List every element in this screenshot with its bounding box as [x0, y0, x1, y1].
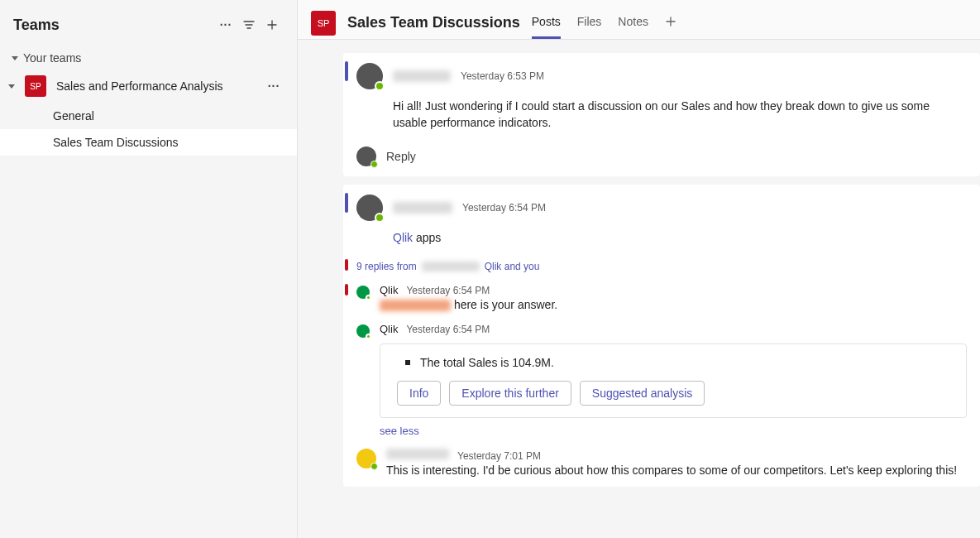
caret-icon: [8, 84, 15, 89]
reply-header: Yesterday 7:01 PM: [386, 449, 967, 462]
thread: 9 replies from Qlik and you Qlik Yesterd…: [356, 261, 967, 477]
user-name-redacted: [422, 262, 480, 271]
info-button[interactable]: Info: [397, 381, 441, 406]
team-avatar: SP: [25, 75, 46, 97]
team-row[interactable]: SP Sales and Performance Analysis ···: [0, 70, 297, 103]
thread-summary[interactable]: 9 replies from Qlik and you: [356, 261, 967, 272]
qlik-avatar[interactable]: [356, 324, 370, 338]
channel-sales-team-discussions[interactable]: Sales Team Discussions: [0, 129, 297, 156]
posts-feed: Yesterday 6:53 PM Hi all! Just wondering…: [298, 40, 980, 538]
presence-available-icon: [366, 295, 371, 300]
presence-available-icon: [375, 213, 385, 223]
teams-sidebar: Teams ··· Your teams SP Sales and Perfor…: [0, 0, 298, 538]
presence-available-icon: [370, 463, 378, 470]
team-name: Sales and Performance Analysis: [56, 79, 252, 93]
sidebar-title: Teams: [13, 17, 214, 34]
card-actions: Info Explore this further Suggested anal…: [397, 381, 949, 406]
reply-timestamp: Yesterday 6:54 PM: [406, 324, 490, 335]
post-timestamp: Yesterday 6:54 PM: [462, 202, 546, 214]
thread-reply: Qlik Yesterday 6:54 PM here is your answ…: [356, 284, 967, 311]
post-header: Yesterday 6:54 PM: [356, 195, 967, 221]
user-name-redacted: [393, 70, 451, 82]
thread-reply: Qlik Yesterday 6:54 PM The total Sales i…: [356, 323, 967, 437]
team-more-icon[interactable]: ···: [262, 74, 285, 98]
reply-author: Qlik: [380, 323, 398, 335]
post: Yesterday 6:53 PM Hi all! Just wondering…: [343, 53, 980, 176]
user-avatar[interactable]: [356, 63, 383, 89]
post-header: Yesterday 6:53 PM: [356, 63, 967, 89]
caret-icon: [12, 56, 18, 60]
presence-available-icon: [375, 81, 385, 91]
tab-files[interactable]: Files: [577, 5, 602, 39]
reply-button[interactable]: Reply: [356, 147, 967, 166]
channel-general[interactable]: General: [0, 103, 297, 129]
tab-posts[interactable]: Posts: [532, 5, 561, 39]
qlik-link[interactable]: Qlik: [393, 231, 413, 244]
qlik-avatar[interactable]: [356, 286, 370, 299]
channel-title: Sales Team Discussions: [347, 14, 520, 31]
reply-timestamp: Yesterday 7:01 PM: [457, 450, 541, 462]
see-less-toggle[interactable]: see less: [380, 425, 419, 437]
channel-avatar: SP: [311, 11, 336, 36]
user-name-redacted: [393, 202, 452, 214]
tab-notes[interactable]: Notes: [618, 5, 648, 39]
reply-header: Qlik Yesterday 6:54 PM: [380, 284, 967, 296]
post: Yesterday 6:54 PM Qlik apps 9 replies fr…: [343, 185, 980, 488]
reply-text: here is your answer.: [380, 298, 967, 311]
presence-available-icon: [370, 161, 378, 168]
channel-header: SP Sales Team Discussions Posts Files No…: [298, 0, 980, 40]
user-mention-redacted: [380, 300, 451, 311]
suggested-analysis-button[interactable]: Suggested analysis: [580, 381, 705, 406]
explore-further-button[interactable]: Explore this further: [449, 381, 571, 406]
add-tab-icon[interactable]: [665, 16, 676, 30]
filter-icon[interactable]: [237, 13, 261, 36]
post-body: Qlik apps: [393, 229, 967, 246]
your-teams-section[interactable]: Your teams: [0, 46, 297, 70]
user-avatar[interactable]: [356, 449, 376, 468]
answer-bullet: The total Sales is 104.9M.: [405, 356, 949, 369]
reply-author: Qlik: [380, 284, 398, 296]
presence-available-icon: [366, 334, 371, 339]
user-name-redacted: [386, 449, 449, 459]
channel-main: SP Sales Team Discussions Posts Files No…: [298, 0, 980, 538]
add-team-icon[interactable]: [261, 13, 284, 36]
reply-text: This is interesting. I'd be curious abou…: [386, 464, 967, 477]
channel-tabs: Posts Files Notes: [532, 7, 676, 39]
more-teams-options[interactable]: ···: [214, 13, 237, 36]
reply-header: Qlik Yesterday 6:54 PM: [380, 323, 967, 335]
answer-card: The total Sales is 104.9M. Info Explore …: [380, 343, 967, 418]
user-avatar[interactable]: [356, 195, 383, 221]
reply-timestamp: Yesterday 6:54 PM: [406, 285, 490, 296]
sidebar-header: Teams ···: [0, 0, 297, 46]
thread-reply: Yesterday 7:01 PM This is interesting. I…: [356, 449, 967, 477]
reply-label: Reply: [386, 150, 416, 163]
your-teams-label: Your teams: [23, 51, 81, 65]
bullet-icon: [405, 360, 410, 365]
self-avatar: [356, 147, 376, 166]
post-body: Hi all! Just wondering if I could start …: [393, 98, 967, 132]
post-timestamp: Yesterday 6:53 PM: [461, 70, 544, 82]
